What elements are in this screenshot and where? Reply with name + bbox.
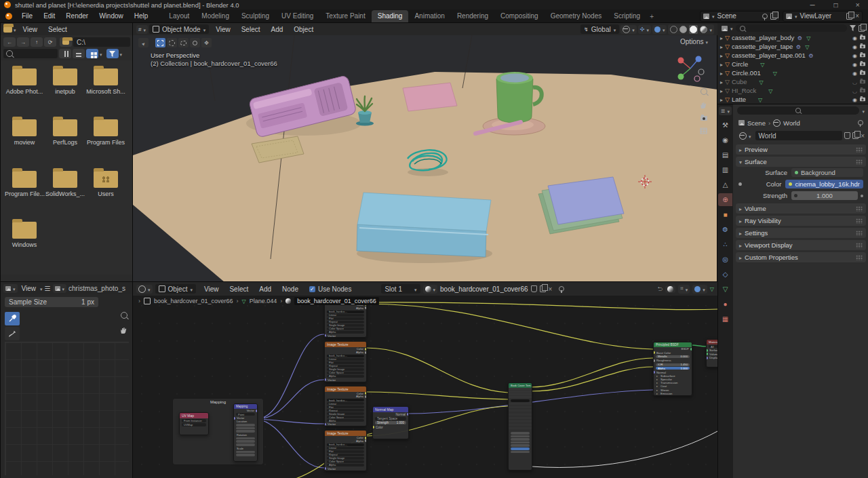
color-space-field[interactable]: Color Space [327,372,364,374]
loc-x[interactable] [236,424,255,426]
expand-arrow[interactable] [720,78,723,85]
display-horizontal-list-button[interactable] [73,49,85,58]
image-datablock-field[interactable]: book_hardco… [327,311,364,313]
folder-item[interactable]: SolidWorks_... [45,171,85,216]
extension-field[interactable]: Repeat [327,365,364,367]
extension-field[interactable]: Repeat [327,321,364,323]
disable-render-toggle[interactable] [860,54,865,58]
ior-slider[interactable]: IOR1.450 [656,363,690,366]
target-field[interactable]: All [709,345,718,348]
properties-section-header[interactable]: Ray Visibility [736,216,866,226]
solid-shading-button[interactable] [679,26,687,33]
properties-tab[interactable] [718,193,732,206]
filter-settings-arrow[interactable] [120,50,123,58]
hide-viewport-toggle[interactable] [852,87,857,94]
hide-viewport-toggle[interactable] [852,43,857,50]
maximize-button[interactable] [825,1,848,9]
properties-tab[interactable] [718,163,732,176]
expand-arrow[interactable] [720,60,723,68]
source-field[interactable]: Single Image [327,324,364,327]
remove-viewlayer-icon[interactable] [855,12,859,20]
disable-render-toggle[interactable] [860,89,865,93]
mode-selector[interactable]: Object Mode [149,24,209,34]
preview-toggle[interactable] [665,285,675,293]
hide-viewport-toggle[interactable] [852,78,857,85]
alpha-mode-field[interactable]: Alpha [327,375,364,378]
transform-orientation[interactable]: ↯Global [580,24,619,34]
outliner-row[interactable]: HI_Rock [717,86,868,95]
outliner-options-icon[interactable] [859,25,865,32]
node-canvas[interactable]: Mapping UV Map From Instancer UVMap Mapp… [133,297,717,478]
workspace-tab[interactable]: Compositing [494,10,545,22]
menu-item[interactable]: Window [94,12,129,20]
view-menu[interactable]: View [20,285,39,292]
cursor-tool-button[interactable] [190,38,200,47]
alpha-slider[interactable]: Alpha1.000 [656,367,690,370]
folder-item[interactable]: Adobe Phot... [5,68,44,113]
pan-hand-icon[interactable] [700,102,707,109]
rendered-shading-button[interactable] [700,26,707,33]
menus-collapsed-icon[interactable] [45,285,51,292]
new-scene-icon[interactable] [770,13,776,20]
collapsed-panel[interactable]: Emission [654,392,692,395]
outliner-row[interactable]: Circle [717,60,868,68]
viewport-options[interactable]: Options [680,38,708,45]
outliner-row[interactable]: cassette_player_tape.001 [717,51,868,60]
folder-item[interactable]: Users [86,171,125,216]
refresh-button[interactable] [44,37,56,47]
workspace-tab[interactable]: Shading [372,10,409,22]
workspace-tab[interactable]: Modeling [195,10,235,22]
image-texture-node[interactable]: Image Texture Color Alpha book_hardco… L… [324,341,367,382]
metallic-slider[interactable]: Metallic0.000 [656,355,690,358]
disable-render-toggle[interactable] [860,36,865,40]
close-button[interactable] [848,1,868,9]
outliner-row[interactable]: Cube [717,77,868,86]
normal-map-node[interactable]: Normal Map Normal Tangent Space Strength… [372,406,409,439]
disable-render-toggle[interactable] [860,80,865,84]
menu-item[interactable]: Object [288,26,319,33]
workspace-tab[interactable]: Sculpting [235,10,275,22]
source-field[interactable]: Single Image [327,412,364,415]
properties-tab[interactable] [718,223,732,236]
select-circle-button[interactable] [167,38,177,47]
projection-field[interactable]: Flat [327,450,364,453]
folder-item[interactable]: inetpub [45,68,85,113]
sample-size-field[interactable]: Sample Size 1 px [5,297,98,307]
scale-y[interactable] [236,454,255,456]
folder-item[interactable]: Program File... [5,171,44,216]
grid-view-icon[interactable] [700,127,707,135]
properties-tab[interactable] [718,119,732,132]
workspace-tab[interactable]: Scripting [608,10,646,22]
color-space-field[interactable]: Color Space [327,460,364,463]
outliner-search-input[interactable] [736,24,847,32]
extension-field[interactable]: Repeat [327,454,364,456]
interpolation-field[interactable]: Linear [327,314,364,317]
menu-item[interactable]: Node [277,285,304,293]
display-settings-arrow[interactable] [100,50,102,58]
scene-selector[interactable]: Scene [700,11,780,22]
blue-book[interactable] [357,193,492,263]
pin-icon[interactable] [762,14,768,19]
parent-dir-button[interactable] [31,37,43,47]
breadcrumb-object[interactable]: book_hardcover_01_cover66 [154,298,233,304]
color-space-field[interactable]: Color Space [327,327,364,330]
workspace-tab[interactable]: Rendering [451,10,494,22]
uv-map-node[interactable]: UV Map From Instancer UVMap [179,412,209,435]
loc-z[interactable] [236,430,255,433]
properties-tab[interactable] [718,148,732,161]
editor-type-arrow[interactable] [14,26,16,33]
pin-id-icon[interactable] [858,120,863,125]
fake-user-icon[interactable] [531,285,537,292]
image-editor-grid[interactable] [5,342,129,475]
extension-field[interactable]: Repeat [327,409,364,412]
menu-item[interactable]: Select [43,26,73,33]
editor-type-button[interactable] [3,284,18,293]
properties-tab[interactable] [718,238,732,251]
rot-x[interactable] [236,437,255,440]
projection-field[interactable]: Flat [327,405,364,408]
animate-decorator[interactable] [861,195,863,197]
outliner-row[interactable]: cassette_player_tape [717,42,868,51]
breadcrumb-world[interactable]: World [783,119,800,127]
outliner-filter-icon[interactable] [850,25,856,31]
scale-x[interactable] [236,451,255,454]
